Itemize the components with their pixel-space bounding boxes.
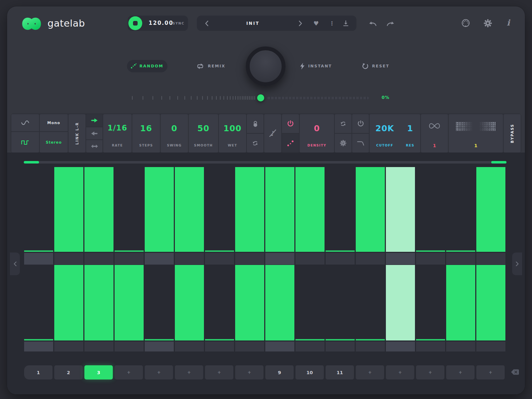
step-bar-r1-s7[interactable] <box>205 250 234 252</box>
step-bar-r1-s16[interactable] <box>476 167 505 252</box>
step-bar-r1-s1[interactable] <box>24 250 53 252</box>
density-cell[interactable]: 0 DENSITY <box>300 114 334 153</box>
step-bar-r2-s4[interactable] <box>115 265 144 340</box>
step-bar-r1-s12[interactable] <box>356 167 385 252</box>
random-button[interactable]: RANDOM <box>127 60 167 72</box>
step-box-r1-s10[interactable] <box>295 253 325 265</box>
lock-button[interactable] <box>247 114 264 133</box>
step-box-r2-s4[interactable] <box>115 342 144 351</box>
bank-button-10[interactable]: 10 <box>295 365 324 379</box>
steps-cell[interactable]: 16 STEPS <box>132 114 160 153</box>
info-button[interactable]: i <box>503 17 514 28</box>
save-download-icon[interactable] <box>341 16 351 31</box>
step-box-r1-s12[interactable] <box>356 253 385 265</box>
main-knob[interactable] <box>246 46 286 86</box>
step-box-r2-s11[interactable] <box>326 342 355 351</box>
preset-menu-kebab-icon[interactable]: ⋮ <box>327 16 337 31</box>
step-box-r2-s9[interactable] <box>265 342 294 351</box>
filter-power-button[interactable] <box>352 114 369 133</box>
step-box-r2-s5[interactable] <box>145 342 174 351</box>
filter-settings-button[interactable] <box>335 134 351 153</box>
step-bar-r1-s13[interactable] <box>386 167 415 252</box>
step-bar-r2-s2[interactable] <box>54 265 83 340</box>
direction-left-button[interactable] <box>86 127 102 140</box>
step-bar-r1-s2[interactable] <box>54 167 83 252</box>
preset-next-button[interactable] <box>295 16 305 31</box>
step-box-r1-s16[interactable] <box>476 253 505 265</box>
loop-end-handle[interactable] <box>491 161 506 164</box>
step-box-r1-s11[interactable] <box>326 253 355 265</box>
bank-button-7[interactable]: + <box>205 365 233 379</box>
step-bar-r1-s4[interactable] <box>115 250 144 252</box>
step-box-r2-s13[interactable] <box>386 342 415 351</box>
bypass-cell[interactable]: BYPASS <box>504 114 521 153</box>
midi-settings-icon[interactable] <box>460 18 471 28</box>
step-bar-r2-s12[interactable] <box>356 339 385 340</box>
step-bar-r2-s14[interactable] <box>416 339 445 340</box>
step-bar-r2-s11[interactable] <box>326 339 355 340</box>
step-box-r1-s4[interactable] <box>115 253 144 265</box>
density-dots-button[interactable] <box>282 134 299 153</box>
step-bar-r1-s3[interactable] <box>84 167 113 252</box>
preset-prev-button[interactable] <box>202 16 212 31</box>
step-box-r1-s6[interactable] <box>175 253 204 265</box>
link-lr-cell[interactable]: LINK L-R <box>68 114 85 153</box>
step-bar-r1-s10[interactable] <box>295 167 325 252</box>
direction-pingpong-button[interactable] <box>86 140 102 153</box>
step-bar-r2-s9[interactable] <box>265 265 294 340</box>
bank-button-4[interactable]: + <box>115 365 143 379</box>
lock-cycle-button[interactable] <box>247 134 264 153</box>
bank-button-16[interactable]: + <box>476 365 505 379</box>
step-bar-r2-s13[interactable] <box>386 265 415 340</box>
bank-button-12[interactable]: + <box>356 365 384 379</box>
density-power-button[interactable] <box>282 114 299 133</box>
step-box-r2-s7[interactable] <box>205 342 234 351</box>
step-box-r1-s5[interactable] <box>145 253 174 265</box>
mono-button[interactable]: Mono <box>40 114 68 131</box>
stereo-button[interactable]: Stereo <box>40 132 68 153</box>
step-box-r1-s13[interactable] <box>386 253 415 265</box>
loop-start-handle[interactable] <box>24 161 39 164</box>
step-box-r1-s9[interactable] <box>265 253 294 265</box>
step-bar-r2-s7[interactable] <box>205 339 234 340</box>
step-box-r1-s15[interactable] <box>446 253 475 265</box>
step-bar-r1-s11[interactable] <box>326 250 355 252</box>
step-bar-r2-s8[interactable] <box>235 265 264 340</box>
step-box-r1-s3[interactable] <box>84 253 113 265</box>
step-box-r2-s3[interactable] <box>84 342 113 351</box>
sine-wave-button[interactable] <box>11 114 39 131</box>
step-box-r1-s2[interactable] <box>54 253 83 265</box>
step-box-r1-s1[interactable] <box>24 253 53 265</box>
page-right-button[interactable] <box>512 253 522 275</box>
res-column[interactable]: 1 RES <box>400 114 420 153</box>
sync-label[interactable]: SYNC <box>173 16 184 31</box>
rate-cell[interactable]: 1/16 RATE <box>103 114 132 153</box>
bank-button-1[interactable]: 1 <box>24 365 52 379</box>
undo-button[interactable] <box>367 18 378 29</box>
page-left-button[interactable] <box>10 253 20 275</box>
step-bar-r2-s15[interactable] <box>446 265 475 340</box>
square-wave-button[interactable] <box>11 132 39 153</box>
step-box-r2-s16[interactable] <box>476 342 505 351</box>
lowpass-curve-button[interactable] <box>352 134 369 153</box>
step-box-r2-s14[interactable] <box>416 342 445 351</box>
bank-button-6[interactable]: + <box>175 365 203 379</box>
instant-button[interactable]: INSTANT <box>300 60 332 72</box>
bank-button-13[interactable]: + <box>386 365 414 379</box>
direction-right-button[interactable] <box>86 114 102 127</box>
bank-button-11[interactable]: 11 <box>326 365 354 379</box>
bank-button-5[interactable]: + <box>145 365 173 379</box>
step-bar-r2-s10[interactable] <box>295 339 325 340</box>
step-bar-r2-s5[interactable] <box>145 339 174 340</box>
step-bar-r1-s8[interactable] <box>235 167 264 252</box>
delete-bank-button[interactable] <box>511 369 519 375</box>
step-box-r1-s14[interactable] <box>416 253 445 265</box>
step-bar-r2-s16[interactable] <box>476 265 505 340</box>
step-box-r2-s6[interactable] <box>175 342 204 351</box>
smooth-cell[interactable]: 50 SMOOTH <box>189 114 218 153</box>
cutoff-column[interactable]: 20K CUTOFF <box>370 114 400 153</box>
reset-button[interactable]: RESET <box>362 60 389 72</box>
step-bar-r1-s14[interactable] <box>416 250 445 252</box>
step-box-r2-s2[interactable] <box>54 342 83 351</box>
stop-button[interactable] <box>128 16 142 30</box>
